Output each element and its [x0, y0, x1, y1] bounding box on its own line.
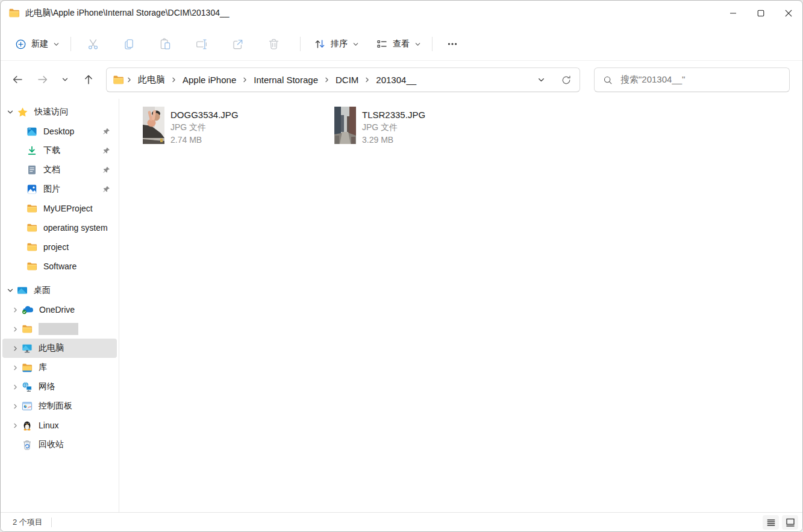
view-button-label: 查看	[393, 39, 410, 49]
sidebar-item-label: 此电脑	[39, 343, 64, 354]
search-placeholder: 搜索"201304__"	[620, 74, 685, 86]
up-button[interactable]	[78, 69, 99, 90]
chevron-down-icon[interactable]	[4, 287, 17, 294]
breadcrumb-item[interactable]: DCIM	[331, 73, 363, 87]
sidebar-item-redacted-folder[interactable]	[2, 319, 117, 339]
sidebar-item-label: MyUEProject	[43, 204, 93, 213]
paste-button[interactable]	[151, 32, 180, 56]
breadcrumb-chevron-icon[interactable]	[363, 77, 371, 83]
sidebar-item-myueproject[interactable]: MyUEProject	[2, 199, 117, 218]
sidebar-item-desktop-tree[interactable]: 桌面	[2, 281, 117, 300]
paste-icon	[158, 37, 172, 51]
chevron-right-icon[interactable]	[8, 345, 22, 352]
delete-button[interactable]	[259, 32, 288, 56]
desktop-icon	[27, 126, 37, 137]
sidebar-item-control-panel[interactable]: 控制面板	[2, 396, 117, 416]
file-tile-tlsr2335[interactable]: TLSR2335.JPG JPG 文件 3.29 MB	[334, 107, 515, 148]
back-button[interactable]	[7, 69, 28, 90]
breadcrumb-item[interactable]: Internal Storage	[249, 73, 323, 87]
address-bar[interactable]: 此电脑 Apple iPhone Internal Storage DCIM 2…	[106, 67, 580, 92]
sidebar-item-pictures[interactable]: 图片	[2, 180, 117, 199]
breadcrumb-item[interactable]: 此电脑	[133, 72, 170, 87]
breadcrumb-item[interactable]: Apple iPhone	[178, 73, 241, 87]
cut-icon	[86, 37, 100, 51]
maximize-button[interactable]	[747, 1, 775, 26]
toolbar-separator	[70, 37, 71, 51]
title-bar: 此电脑\Apple iPhone\Internal Storage\DCIM\2…	[1, 1, 802, 28]
recent-locations-button[interactable]	[57, 69, 73, 90]
view-button[interactable]: 查看	[370, 33, 427, 55]
file-name: DOGG3534.JPG	[170, 108, 239, 121]
sidebar-item-documents[interactable]: 文档	[2, 160, 117, 180]
breadcrumb-chevron-icon[interactable]	[170, 77, 178, 83]
chevron-right-icon[interactable]	[8, 403, 22, 410]
pin-icon	[102, 147, 110, 155]
sidebar-item-desktop-qa[interactable]: Desktop	[2, 122, 117, 141]
sidebar-item-project[interactable]: project	[2, 237, 117, 257]
chevron-right-icon[interactable]	[8, 307, 22, 313]
sidebar-item-label: 文档	[43, 164, 60, 175]
close-button[interactable]	[775, 1, 802, 26]
sidebar-item-recycle-bin[interactable]: 回收站	[2, 435, 117, 454]
sidebar-item-linux[interactable]: Linux	[2, 416, 117, 435]
share-icon	[231, 37, 245, 51]
cut-button[interactable]	[78, 32, 107, 56]
breadcrumb-chevron-icon[interactable]	[125, 77, 133, 83]
sidebar-item-quick-access[interactable]: 快速访问	[2, 102, 117, 122]
command-bar: 新建 排序 查看	[1, 28, 802, 61]
sidebar-item-this-pc[interactable]: 此电脑	[2, 339, 117, 358]
breadcrumb-chevron-icon[interactable]	[323, 77, 331, 83]
sort-button[interactable]: 排序	[308, 33, 365, 55]
details-view-icon[interactable]	[763, 515, 779, 530]
window-title: 此电脑\Apple iPhone\Internal Storage\DCIM\2…	[25, 8, 230, 19]
pictures-icon	[27, 184, 37, 195]
large-thumbnails-view-icon[interactable]	[782, 515, 798, 530]
breadcrumb-chevron-icon[interactable]	[241, 77, 249, 83]
chevron-down-icon[interactable]	[4, 108, 17, 116]
new-button[interactable]: 新建	[9, 33, 66, 55]
refresh-button[interactable]	[560, 75, 572, 86]
sidebar-item-downloads[interactable]: 下载	[2, 141, 117, 160]
sidebar-item-operating-system[interactable]: operating system	[2, 218, 117, 237]
toolbar-separator	[300, 37, 301, 51]
sidebar-item-software[interactable]: Software	[2, 257, 117, 276]
chevron-down-icon	[414, 41, 421, 48]
documents-icon	[27, 164, 37, 175]
chevron-right-icon[interactable]	[8, 384, 22, 390]
file-type: JPG 文件	[362, 121, 425, 134]
chevron-right-icon[interactable]	[8, 422, 22, 429]
libraries-icon	[22, 362, 33, 373]
rename-button[interactable]	[187, 32, 216, 56]
copy-button[interactable]	[114, 32, 143, 56]
linux-icon	[22, 420, 33, 431]
control-panel-icon	[22, 401, 33, 412]
address-dropdown-chevron-icon[interactable]	[537, 76, 546, 84]
file-tile-dogg3534[interactable]: DOGG3534.JPG JPG 文件 2.74 MB	[143, 107, 323, 148]
breadcrumb-item[interactable]: 201304__	[371, 73, 421, 87]
star-icon	[17, 107, 28, 118]
folder-icon	[113, 74, 124, 86]
forward-button[interactable]	[32, 69, 54, 90]
minimize-button[interactable]	[719, 1, 747, 26]
chevron-right-icon[interactable]	[8, 326, 22, 333]
redacted-label	[39, 323, 78, 335]
sidebar-item-libraries[interactable]: 库	[2, 358, 117, 377]
recycle-bin-icon	[22, 439, 33, 450]
search-input[interactable]: 搜索"201304__"	[594, 67, 790, 92]
more-options-button[interactable]	[440, 32, 465, 56]
sidebar-item-network[interactable]: 网络	[2, 377, 117, 396]
sidebar-item-label: OneDrive	[39, 305, 75, 315]
sidebar-item-label: 桌面	[34, 285, 51, 296]
sidebar-item-label: 网络	[39, 381, 55, 392]
share-button[interactable]	[223, 32, 252, 56]
folder-icon	[27, 203, 37, 214]
chevron-right-icon[interactable]	[8, 365, 22, 371]
new-plus-icon	[15, 39, 27, 50]
sidebar-item-label: 快速访问	[34, 107, 68, 117]
rename-icon	[195, 37, 208, 51]
photo-thumbnail-peace-sign	[143, 107, 164, 144]
network-icon	[22, 381, 33, 392]
sidebar-item-onedrive[interactable]: OneDrive	[2, 300, 117, 319]
pin-icon	[102, 166, 110, 174]
sidebar-item-label: project	[43, 242, 69, 252]
